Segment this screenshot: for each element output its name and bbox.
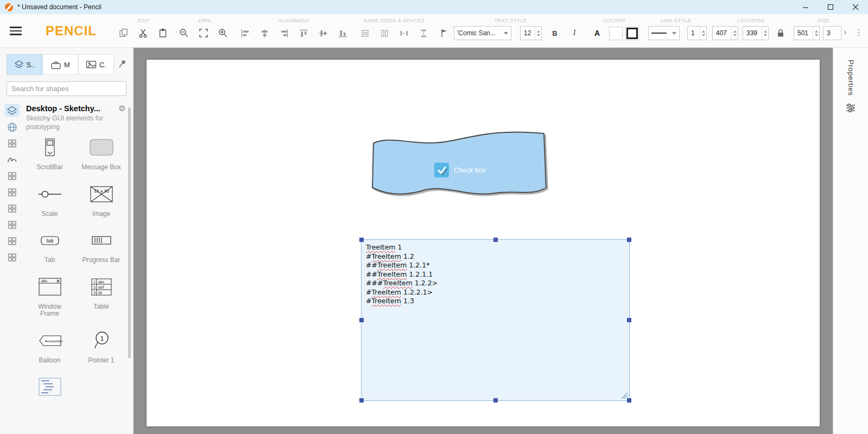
collection-icon-globe[interactable]	[4, 120, 20, 133]
selection-handle-sw[interactable]	[359, 398, 364, 403]
copy-button[interactable]	[115, 25, 132, 41]
cut-button[interactable]	[135, 25, 152, 41]
align-top-button[interactable]	[295, 25, 312, 41]
zoom-in-icon	[218, 28, 228, 38]
spinner-icon[interactable]	[731, 27, 738, 40]
layers-icon	[14, 60, 24, 69]
checkbox-widget[interactable]: Check box	[434, 163, 486, 177]
selection-handle-s[interactable]	[493, 398, 498, 403]
align-left-button[interactable]	[236, 25, 254, 41]
same-hspace-button[interactable]	[395, 25, 413, 41]
collection-icon-grid-7[interactable]	[4, 251, 20, 264]
stroke-color-swatch[interactable]	[625, 27, 639, 40]
spinner-icon[interactable]	[813, 27, 819, 40]
wavy-panel-shape[interactable]: Check box	[369, 129, 548, 203]
font-family-select[interactable]: 'Comic San...	[454, 26, 511, 40]
zoom-in-button[interactable]	[214, 25, 232, 41]
palette-item-tab[interactable]: tab Tab	[24, 226, 75, 264]
spinner-icon[interactable]	[535, 27, 541, 40]
toolbar-more-menu[interactable]: ⋮	[854, 27, 863, 37]
line-width-field[interactable]: 1	[687, 26, 707, 40]
selection-handle-w[interactable]	[359, 318, 364, 322]
collection-icon-sketch-pen[interactable]	[4, 153, 20, 166]
lock-ratio-button[interactable]	[773, 25, 788, 41]
main-toolbar: PENCIL EDIT 100% ALIGNMENT SAME SIZES & …	[0, 14, 868, 48]
spinner-icon[interactable]	[700, 27, 706, 40]
tree-widget[interactable]: TreeItem 1 #TreeItem 1.2 ##TreeItem 1.2.…	[361, 239, 630, 401]
tab-shapes[interactable]: S..	[7, 54, 42, 75]
same-width-button[interactable]	[356, 25, 373, 41]
text-color-button[interactable]: A	[590, 25, 605, 41]
font-size-value: 12	[521, 29, 535, 37]
pin-sidebar-button[interactable]	[117, 58, 130, 71]
italic-button[interactable]: I	[567, 25, 582, 41]
palette-item-pointer-1[interactable]: 1 Pointer 1	[75, 327, 127, 365]
collection-icon-grid-6[interactable]	[4, 234, 20, 247]
align-right-button[interactable]	[275, 25, 293, 41]
palette-item-label: Message Box	[81, 164, 121, 171]
align-bottom-button[interactable]	[334, 25, 351, 41]
collection-icon-grid-1[interactable]	[4, 137, 20, 150]
size-width-field[interactable]: 501	[794, 26, 820, 40]
paste-button[interactable]	[154, 25, 172, 41]
collection-icon-grid-5[interactable]	[4, 218, 20, 231]
svg-text:33 x 30: 33 x 30	[93, 189, 109, 194]
text-format-button[interactable]	[435, 25, 453, 41]
tab-cliparts-label: C.	[99, 61, 106, 69]
palette-item-balloon[interactable]: Annotation Balloon	[24, 327, 75, 365]
line-style-select[interactable]	[648, 26, 680, 40]
pencil-app-icon	[5, 3, 13, 11]
align-center-button[interactable]	[256, 25, 273, 41]
checkbox-checked-icon[interactable]	[434, 163, 449, 177]
palette-item-scrollbar[interactable]: ScrollBar	[24, 133, 75, 171]
tree-suffix: 1.2.1*	[407, 261, 429, 269]
minimize-button[interactable]	[793, 0, 818, 14]
palette-item-tree[interactable]	[24, 373, 75, 401]
maximize-button[interactable]	[818, 0, 843, 14]
same-vspace-button[interactable]	[415, 25, 432, 41]
properties-panel[interactable]: Properties	[833, 48, 868, 434]
tree-word: TreeItem	[371, 297, 401, 305]
align-right-icon	[280, 29, 289, 38]
location-x-field[interactable]: 407	[712, 26, 738, 40]
collection-icon-grid-2[interactable]	[4, 169, 20, 182]
close-button[interactable]	[843, 0, 868, 14]
palette-item-progress-bar[interactable]: Progress Bar	[75, 226, 127, 264]
search-input[interactable]	[7, 81, 126, 96]
palette-item-window-frame[interactable]: abc Window Frame	[24, 273, 75, 318]
toolbar-overflow-chevron[interactable]: ›	[844, 27, 846, 37]
spinner-icon[interactable]	[762, 27, 768, 40]
palette-item-image[interactable]: 33 x 30 Image	[75, 180, 127, 218]
collection-icon-grid-4[interactable]	[4, 202, 20, 215]
collection-icon-grid-3[interactable]	[4, 186, 20, 199]
selection-handle-ne[interactable]	[627, 238, 631, 242]
palette-item-message-box[interactable]: Message Box	[75, 133, 127, 171]
font-size-field[interactable]: 12	[520, 26, 542, 40]
size-height-field[interactable]: 3	[823, 26, 841, 40]
tree-shape-icon	[37, 373, 62, 401]
tab-cliparts[interactable]: C.	[78, 54, 114, 75]
align-left-icon	[240, 29, 250, 38]
collection-icon-layers[interactable]	[4, 104, 20, 117]
text-flag-icon	[439, 28, 449, 38]
zoom-out-button[interactable]	[175, 25, 193, 41]
same-height-button[interactable]	[376, 25, 393, 41]
selection-handle-n[interactable]	[493, 238, 498, 242]
menu-button[interactable]	[10, 24, 27, 38]
palette-item-table[interactable]: 1abc2def3ijk Table	[75, 273, 127, 318]
svg-text:abc: abc	[98, 280, 105, 284]
selection-handle-e[interactable]	[627, 318, 631, 322]
tab-shape-icon: tab	[39, 226, 61, 254]
sidebar-scrollbar[interactable]	[128, 107, 131, 358]
resize-grip-icon[interactable]	[620, 392, 628, 399]
selection-handle-nw[interactable]	[359, 238, 364, 242]
collection-settings-button[interactable]: ⚙	[117, 103, 128, 114]
grid-icon	[8, 139, 17, 148]
bold-button[interactable]: B	[547, 25, 562, 41]
align-middle-button[interactable]	[314, 25, 332, 41]
zoom-fit-button[interactable]	[195, 25, 212, 41]
fill-color-swatch[interactable]	[609, 27, 623, 40]
location-y-field[interactable]: 339	[743, 26, 769, 40]
palette-item-scale[interactable]: Scale	[24, 180, 75, 218]
tab-my-stuff[interactable]: M	[42, 54, 78, 75]
